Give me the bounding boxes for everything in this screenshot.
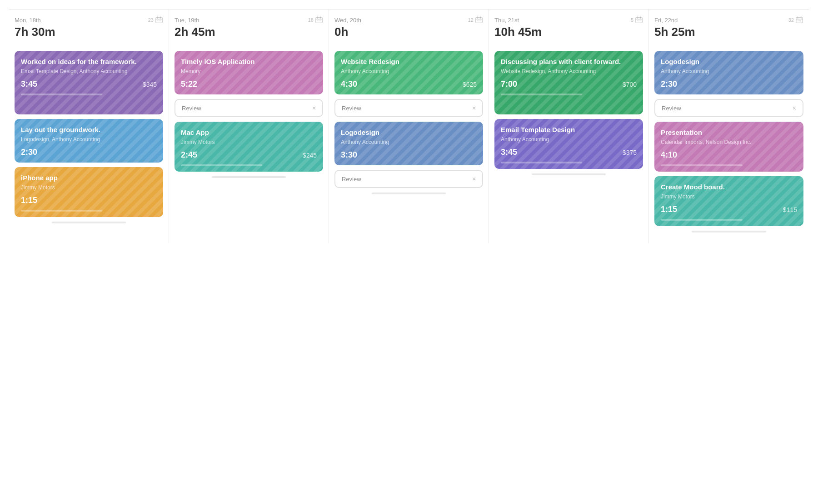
svg-rect-7	[316, 18, 322, 23]
review-close-tue-1[interactable]: ×	[312, 104, 316, 112]
svg-point-25	[637, 20, 638, 21]
svg-point-11	[317, 20, 318, 21]
col-scrollbar-2	[372, 193, 446, 194]
review-label-wed-1: Review	[342, 105, 361, 112]
card-time-fri-2: 4:10	[661, 150, 677, 160]
card-wed-2[interactable]: LogodesignAnthony Accounting3:30	[334, 122, 483, 165]
card-wed-1[interactable]: Website RedesignAnthony Accounting4:30$6…	[334, 51, 483, 94]
card-subtitle-thu-1: Website Redesign, Anthony Accounting	[501, 68, 637, 75]
day-badge-0: 23	[148, 16, 163, 24]
review-close-wed-1[interactable]: ×	[472, 104, 476, 112]
day-column-1: Tue, 19th18 2h 45mTimely iOS Application…	[169, 10, 329, 243]
day-date-text-0: Mon, 18th	[15, 17, 41, 24]
day-header-1: Tue, 19th18 2h 45m	[175, 10, 323, 46]
card-tue-2[interactable]: Mac AppJimmy Motors2:45$245	[175, 122, 323, 172]
card-title-tue-1: Timely iOS Application	[181, 57, 317, 66]
col-scrollbar-4	[692, 231, 766, 232]
review-label-wed-2: Review	[342, 176, 361, 183]
card-scrollbar-thu-1	[501, 94, 582, 95]
svg-point-19	[479, 20, 479, 21]
card-thu-2[interactable]: Email Template DesignAnthony Accounting3…	[494, 119, 643, 169]
card-subtitle-tue-2: Jimmy Motors	[181, 139, 317, 146]
review-close-fri-1[interactable]: ×	[793, 104, 796, 112]
card-time-wed-1: 4:30	[341, 79, 357, 89]
card-mon-1[interactable]: Worked on ideas for the framework.Email …	[15, 51, 163, 114]
card-time-thu-2: 3:45	[501, 148, 517, 157]
svg-point-32	[798, 20, 798, 21]
day-header-3: Thu, 21st5 10h 45m	[494, 10, 643, 46]
review-label-tue-1: Review	[182, 105, 201, 112]
review-section-wed-2: Review×	[334, 170, 483, 188]
card-scrollbar-tue-2	[181, 164, 262, 166]
card-subtitle-mon-3: Jimmy Motors	[21, 184, 157, 192]
card-title-mon-3: iPhone app	[21, 173, 157, 183]
card-subtitle-fri-3: Jimmy Motors	[661, 193, 797, 201]
svg-point-26	[638, 20, 639, 21]
review-section-wed-1: Review×	[334, 99, 483, 117]
card-scrollbar-mon-1	[21, 94, 102, 95]
day-badge-4: 32	[788, 16, 803, 24]
card-time-tue-1: 5:22	[181, 79, 197, 89]
svg-rect-21	[636, 18, 642, 23]
card-title-fri-3: Create Mood board.	[661, 183, 797, 192]
card-time-fri-3: 1:15	[661, 205, 677, 214]
card-thu-1[interactable]: Discussing plans with client forward.Web…	[494, 51, 643, 114]
day-date-text-4: Fri, 22nd	[654, 17, 678, 24]
svg-point-33	[799, 20, 800, 21]
card-cost-mon-1: $345	[143, 81, 157, 88]
card-mon-3[interactable]: iPhone appJimmy Motors1:15	[15, 167, 163, 217]
svg-point-27	[640, 20, 641, 21]
day-total-1: 2h 45m	[175, 25, 323, 39]
card-time-thu-1: 7:00	[501, 79, 517, 89]
card-subtitle-mon-2: Logodesign, Anthony Accounting	[21, 136, 157, 143]
svg-point-4	[157, 20, 158, 21]
card-fri-1[interactable]: LogodesignAnthony Accounting2:30	[654, 51, 803, 94]
card-tue-1[interactable]: Timely iOS ApplicationMemory5:22	[175, 51, 323, 94]
day-header-0: Mon, 18th23 7h 30m	[15, 10, 163, 46]
day-date-text-1: Tue, 19th	[175, 17, 199, 24]
svg-point-6	[160, 20, 161, 21]
day-column-0: Mon, 18th23 7h 30mWorked on ideas for th…	[9, 10, 169, 243]
card-fri-3[interactable]: Create Mood board.Jimmy Motors1:15$115	[654, 176, 803, 226]
day-header-4: Fri, 22nd32 5h 25m	[654, 10, 803, 46]
card-title-thu-2: Email Template Design	[501, 125, 637, 134]
card-title-mon-2: Lay out the groundwork.	[21, 125, 157, 134]
svg-point-13	[320, 20, 321, 21]
card-cost-wed-1: $625	[463, 81, 477, 88]
day-date-text-3: Thu, 21st	[494, 17, 519, 24]
svg-point-18	[477, 20, 478, 21]
card-title-fri-1: Logodesign	[661, 57, 797, 66]
review-close-wed-2[interactable]: ×	[472, 175, 476, 183]
card-subtitle-fri-1: Anthony Accounting	[661, 68, 797, 75]
review-label-fri-1: Review	[662, 105, 681, 112]
card-fri-2[interactable]: PresentationCalendar Imports, Nelson Des…	[654, 122, 803, 172]
col-scrollbar-0	[52, 222, 126, 223]
day-column-3: Thu, 21st5 10h 45mDiscussing plans with …	[489, 10, 649, 243]
day-total-0: 7h 30m	[15, 25, 163, 39]
card-time-fri-1: 2:30	[661, 79, 677, 89]
card-title-wed-2: Logodesign	[341, 128, 477, 137]
col-scrollbar-1	[212, 176, 286, 178]
card-cost-tue-2: $245	[303, 152, 317, 159]
calendar-grid: Mon, 18th23 7h 30mWorked on ideas for th…	[9, 9, 809, 243]
day-column-4: Fri, 22nd32 5h 25mLogodesignAnthony Acco…	[649, 10, 809, 243]
day-header-2: Wed, 20th12 0h	[334, 10, 483, 46]
svg-point-20	[480, 20, 481, 21]
card-subtitle-fri-2: Calendar Imports, Nelson Design Inc.	[661, 139, 797, 146]
day-total-3: 10h 45m	[494, 25, 643, 39]
card-time-wed-2: 3:30	[341, 150, 357, 160]
day-total-2: 0h	[334, 25, 483, 39]
card-subtitle-thu-2: Anthony Accounting	[501, 136, 637, 143]
day-badge-3: 5	[631, 16, 643, 24]
card-subtitle-wed-2: Anthony Accounting	[341, 139, 477, 146]
card-scrollbar-mon-3	[21, 210, 102, 212]
card-time-mon-2: 2:30	[21, 148, 37, 157]
day-column-2: Wed, 20th12 0hWebsite RedesignAnthony Ac…	[329, 10, 489, 243]
review-section-fri-1: Review×	[654, 99, 803, 117]
card-cost-fri-3: $115	[783, 206, 797, 213]
card-subtitle-tue-1: Memory	[181, 68, 317, 75]
card-title-fri-2: Presentation	[661, 128, 797, 137]
svg-point-34	[800, 20, 801, 21]
card-mon-2[interactable]: Lay out the groundwork.Logodesign, Antho…	[15, 119, 163, 163]
card-time-tue-2: 2:45	[181, 150, 197, 160]
